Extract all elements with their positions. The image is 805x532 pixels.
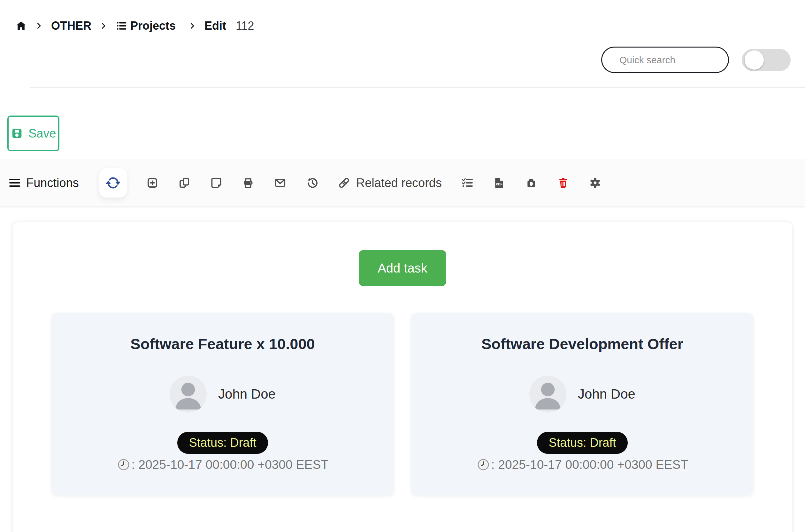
add-icon	[146, 176, 159, 189]
quick-search[interactable]	[601, 46, 729, 73]
print-icon	[242, 176, 255, 189]
related-records-button[interactable]: Related records	[338, 176, 442, 190]
note-button[interactable]	[210, 176, 223, 189]
functions-menu-button[interactable]: Functions	[8, 176, 79, 190]
delete-button[interactable]	[557, 176, 570, 189]
task-cards-row: Software Feature x 10.000 John Doe Statu…	[13, 313, 792, 495]
assignee-row: John Doe	[51, 376, 394, 413]
task-card[interactable]: Software Feature x 10.000 John Doe Statu…	[51, 313, 394, 495]
breadcrumb-home[interactable]	[15, 20, 27, 32]
related-records-label: Related records	[356, 176, 442, 190]
save-icon	[11, 127, 23, 140]
camera-icon	[525, 176, 537, 189]
trash-icon	[557, 176, 570, 189]
link-icon	[338, 176, 350, 189]
clock-icon	[477, 458, 490, 471]
home-icon	[15, 20, 27, 32]
list-icon	[116, 20, 127, 32]
header-divider	[30, 87, 805, 88]
breadcrumb-item-edit[interactable]: Edit	[204, 19, 226, 33]
timestamp-row: : 2025-10-17 00:00:00 +0300 EEST	[51, 458, 394, 472]
avatar	[529, 376, 566, 413]
chevron-right-icon	[188, 21, 197, 30]
header-row	[0, 46, 791, 73]
assignee-row: John Doe	[411, 376, 754, 413]
refresh-icon	[106, 176, 120, 190]
status-badge: Status: Draft	[177, 432, 268, 454]
person-icon	[170, 376, 207, 413]
assignee-name: John Doe	[578, 386, 635, 402]
breadcrumb-record-id: 112	[236, 19, 254, 33]
save-button-label: Save	[29, 127, 56, 140]
toggle-knob	[745, 51, 764, 70]
add-task-button[interactable]: Add task	[359, 250, 446, 286]
task-title: Software Feature x 10.000	[51, 335, 394, 353]
search-input[interactable]	[619, 54, 743, 66]
breadcrumb: OTHER Projects Edit 112	[15, 19, 805, 33]
email-icon	[274, 176, 287, 189]
pdf-export-button[interactable]: PDF	[493, 176, 506, 189]
functions-label: Functions	[26, 176, 79, 190]
content-panel: Add task Software Feature x 10.000 John …	[13, 222, 792, 532]
checklist-icon	[461, 176, 474, 189]
hamburger-icon	[8, 176, 21, 189]
clock-icon	[117, 458, 130, 471]
timestamp-row: : 2025-10-17 00:00:00 +0300 EEST	[411, 458, 754, 472]
camera-button[interactable]	[525, 176, 537, 189]
breadcrumb-projects-label: Projects	[130, 19, 176, 33]
breadcrumb-item-projects[interactable]: Projects	[116, 19, 176, 33]
chevron-right-icon	[35, 21, 43, 30]
note-icon	[210, 176, 223, 189]
history-icon	[306, 176, 318, 189]
copy-icon	[178, 176, 191, 189]
task-card[interactable]: Software Development Offer John Doe Stat…	[411, 313, 754, 495]
pdf-icon: PDF	[493, 176, 506, 189]
task-title: Software Development Offer	[411, 335, 754, 353]
person-icon	[529, 376, 566, 413]
svg-text:PDF: PDF	[496, 183, 502, 186]
gear-icon	[589, 176, 602, 189]
save-button[interactable]: Save	[7, 116, 59, 151]
status-badge: Status: Draft	[537, 432, 627, 454]
timestamp-text: : 2025-10-17 00:00:00 +0300 EEST	[491, 458, 689, 472]
history-button[interactable]	[306, 176, 318, 189]
add-record-button[interactable]	[146, 176, 159, 189]
print-button[interactable]	[242, 176, 255, 189]
avatar	[170, 376, 207, 413]
email-button[interactable]	[274, 176, 287, 189]
assignee-name: John Doe	[218, 386, 276, 402]
header-toggle[interactable]	[742, 49, 791, 71]
checklist-button[interactable]	[461, 176, 474, 189]
refresh-button[interactable]	[99, 168, 127, 197]
timestamp-text: : 2025-10-17 00:00:00 +0300 EEST	[132, 458, 329, 472]
chevron-right-icon	[99, 21, 108, 30]
settings-button[interactable]	[589, 176, 602, 189]
breadcrumb-item-other[interactable]: OTHER	[51, 19, 91, 33]
copy-record-button[interactable]	[178, 176, 191, 189]
functions-toolbar: Functions	[0, 159, 805, 207]
page: { "breadcrumb": { "items": [ {"label": "…	[0, 0, 805, 532]
